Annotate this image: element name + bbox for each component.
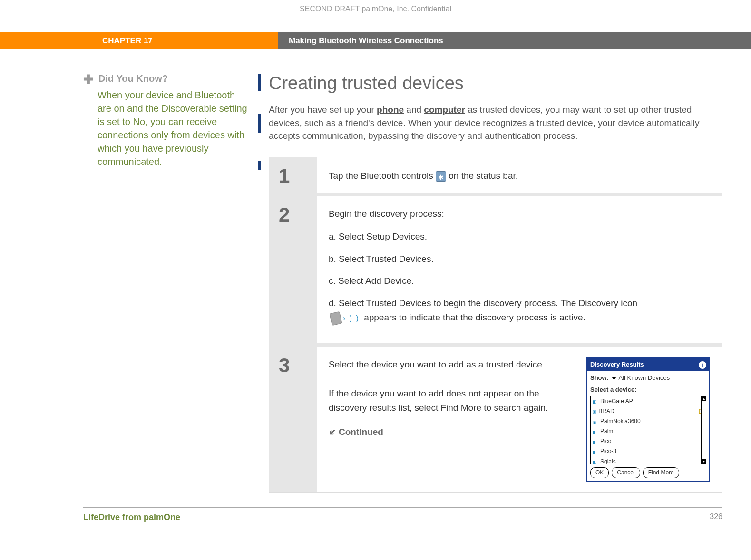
list-item: ▣ BRAD⚿ — [591, 406, 706, 416]
step3-p2: If the device you want to add does not a… — [329, 386, 572, 415]
ok-button: OK — [590, 467, 609, 478]
step-lead: Begin the discovery process: — [329, 207, 710, 221]
bluetooth-icon — [436, 171, 446, 182]
show-row: Show: All Known Devices — [590, 373, 706, 383]
find-more-button: Find More — [643, 467, 679, 478]
continued-arrow-icon: ➔ — [325, 425, 340, 440]
step-number: 3 — [279, 354, 290, 377]
device-list: ◧BlueGate AP ▣ BRAD⚿ ▣PalmNokia3600 ◧Pal… — [590, 396, 706, 464]
scroll-up-icon: ▴ — [702, 396, 706, 401]
step-1: 1 Tap the Bluetooth controls on the stat… — [269, 157, 722, 193]
discovery-results-screenshot: Discovery Results i Show: All Known Devi… — [586, 357, 710, 482]
revision-bar-icon — [258, 74, 261, 91]
step-2: 2 Begin the discovery process: a. Select… — [269, 196, 722, 343]
show-label: Show: — [590, 374, 609, 381]
footer-product: LifeDrive from palmOne — [83, 512, 180, 522]
computer-link[interactable]: computer — [424, 105, 465, 115]
substep-text: d. Select Trusted Devices to begin the d… — [329, 298, 637, 308]
step-number: 2 — [279, 203, 290, 226]
device-name: Sglais — [600, 457, 616, 464]
step-text: on the status bar. — [449, 171, 518, 181]
device-icon: ◧ — [593, 459, 598, 464]
substep-c: c. Select Add Device. — [329, 274, 710, 288]
device-name: Pico-3 — [600, 447, 616, 456]
step-number: 1 — [279, 164, 290, 187]
header-confidential: SECOND DRAFT palmOne, Inc. Confidential — [0, 0, 751, 32]
step-content: Begin the discovery process: a. Select S… — [317, 196, 722, 343]
info-icon: i — [699, 361, 706, 369]
page-title: Creating trusted devices — [269, 73, 722, 94]
continued-text: Continued — [339, 427, 383, 437]
chapter-bar: CHAPTER 17 Making Bluetooth Wireless Con… — [0, 32, 751, 49]
dropdown-arrow-icon — [612, 377, 616, 380]
steps-container: 1 Tap the Bluetooth controls on the stat… — [269, 157, 722, 493]
device-icon: ◧ — [593, 439, 598, 444]
chapter-title: Making Bluetooth Wireless Connections — [278, 32, 751, 49]
substep-d: d. Select Trusted Devices to begin the d… — [329, 296, 710, 326]
device-name: PalmNokia3600 — [600, 417, 641, 426]
device-icon: ▣ — [593, 409, 597, 414]
list-item: ◧BlueGate AP — [591, 396, 706, 406]
step-content: Tap the Bluetooth controls on the status… — [317, 157, 722, 193]
sidebar: ✚ Did You Know? When your device and Blu… — [83, 73, 269, 493]
scrollbar: ▴ ▾ — [701, 396, 706, 464]
revision-bar-icon — [258, 114, 261, 133]
substep-a: a. Select Setup Devices. — [329, 230, 710, 244]
device-name: BlueGate AP — [600, 397, 633, 406]
substep-b: b. Select Trusted Devices. — [329, 252, 710, 266]
chapter-label: CHAPTER 17 — [102, 32, 278, 49]
intro-paragraph: After you have set up your phone and com… — [269, 103, 722, 143]
dyk-body: When your device and Bluetooth are on an… — [98, 88, 250, 168]
device-name: BRAD — [598, 408, 614, 415]
list-item: ◧Sglais — [591, 457, 706, 464]
step-content: Select the device you want to add as a t… — [317, 347, 722, 492]
device-icon: ◧ — [593, 429, 598, 434]
device-icon: ▣ — [593, 419, 598, 425]
discovery-icon: › ) ) — [331, 311, 360, 325]
page-number: 326 — [710, 512, 722, 522]
plus-icon: ✚ — [83, 73, 94, 86]
step3-p1: Select the device you want to add as a t… — [329, 357, 572, 372]
did-you-know-box: ✚ Did You Know? When your device and Blu… — [83, 73, 250, 168]
substep-text: appears to indicate that the discovery p… — [364, 312, 585, 322]
phone-link[interactable]: phone — [377, 105, 404, 115]
step-3: 3 Select the device you want to add as a… — [269, 347, 722, 492]
device-name: Pico — [600, 437, 611, 446]
dyk-title: Did You Know? — [98, 73, 168, 84]
intro-text: After you have set up your — [269, 105, 377, 115]
show-value: All Known Devices — [619, 374, 670, 381]
list-item: ◧Palm — [591, 426, 706, 436]
device-icon: ◧ — [593, 449, 598, 454]
intro-text: and — [404, 105, 424, 115]
device-icon: ◧ — [593, 398, 598, 404]
footer: LifeDrive from palmOne 326 — [83, 507, 722, 522]
list-item: ◧Pico — [591, 436, 706, 446]
main-content: Creating trusted devices After you have … — [269, 73, 722, 493]
device-name: Palm — [600, 427, 613, 436]
step-text: Tap the Bluetooth controls — [329, 171, 436, 181]
continued-label: ➔Continued — [329, 425, 572, 439]
list-item: ▣PalmNokia3600 — [591, 416, 706, 426]
cancel-button: Cancel — [612, 467, 640, 478]
scroll-down-icon: ▾ — [702, 459, 706, 464]
revision-bar-icon — [258, 161, 261, 170]
screenshot-title: Discovery Results — [590, 360, 644, 370]
select-device-label: Select a device: — [590, 385, 706, 395]
list-item: ◧Pico-3 — [591, 446, 706, 456]
